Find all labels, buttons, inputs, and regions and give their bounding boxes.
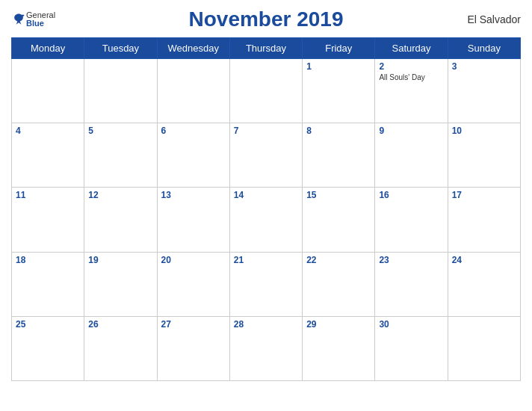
calendar-cell: 27	[157, 316, 229, 380]
day-number: 9	[379, 126, 443, 136]
calendar-container: General Blue November 2019 El Salvador M…	[0, 0, 532, 411]
day-number: 19	[88, 255, 152, 265]
calendar-week-row: 45678910	[12, 123, 521, 188]
calendar-cell: 20	[157, 252, 229, 316]
weekday-header-friday: Friday	[303, 38, 375, 59]
calendar-week-row: 12All Souls' Day3	[12, 59, 521, 123]
calendar-cell: 26	[84, 316, 157, 380]
logo-blue-text: Blue	[26, 19, 55, 28]
day-number: 30	[379, 319, 443, 330]
calendar-cell: 7	[229, 123, 302, 188]
day-number: 2	[379, 61, 443, 72]
day-number: 27	[161, 319, 226, 330]
calendar-cell: 5	[84, 123, 157, 188]
day-number: 29	[306, 319, 371, 330]
day-number: 12	[88, 190, 152, 200]
day-number: 14	[234, 190, 298, 200]
weekday-header-thursday: Thursday	[229, 38, 302, 59]
calendar-cell: 19	[84, 252, 157, 316]
country-label: El Salvador	[467, 13, 521, 25]
calendar-cell: 15	[303, 188, 375, 252]
month-title: November 2019	[188, 7, 343, 31]
calendar-cell: 10	[448, 123, 520, 188]
calendar-cell: 17	[448, 188, 520, 252]
calendar-cell: 21	[229, 252, 302, 316]
weekday-header-saturday: Saturday	[375, 38, 448, 59]
day-number: 4	[16, 126, 80, 136]
calendar-cell: 6	[157, 123, 229, 188]
day-number: 11	[16, 190, 80, 200]
calendar-cell: 30	[375, 316, 448, 380]
calendar-header: General Blue November 2019 El Salvador	[11, 7, 521, 31]
calendar-week-row: 11121314151617	[12, 188, 521, 252]
calendar-table: MondayTuesdayWednesdayThursdayFridaySatu…	[11, 37, 521, 381]
day-number: 3	[452, 61, 516, 72]
calendar-cell	[12, 59, 84, 123]
day-number: 1	[306, 61, 371, 72]
day-number: 6	[161, 126, 226, 136]
logo-bird-icon	[11, 12, 26, 27]
weekday-header-sunday: Sunday	[448, 38, 520, 59]
calendar-cell	[448, 316, 520, 380]
calendar-cell: 18	[12, 252, 84, 316]
weekday-header-tuesday: Tuesday	[84, 38, 157, 59]
calendar-cell: 28	[229, 316, 302, 380]
calendar-cell: 11	[12, 188, 84, 252]
day-number: 15	[306, 190, 371, 200]
calendar-cell: 8	[303, 123, 375, 188]
calendar-cell	[157, 59, 229, 123]
calendar-cell: 9	[375, 123, 448, 188]
calendar-cell: 22	[303, 252, 375, 316]
day-number: 28	[234, 319, 298, 330]
day-number: 10	[452, 126, 516, 136]
weekday-header-monday: Monday	[12, 38, 84, 59]
calendar-cell: 13	[157, 188, 229, 252]
day-number: 8	[306, 126, 371, 136]
calendar-cell: 29	[303, 316, 375, 380]
calendar-cell: 2All Souls' Day	[375, 59, 448, 123]
day-number: 22	[306, 255, 371, 265]
holiday-label: All Souls' Day	[379, 73, 443, 81]
day-number: 25	[16, 319, 80, 330]
day-number: 17	[452, 190, 516, 200]
day-number: 7	[234, 126, 298, 136]
calendar-cell: 24	[448, 252, 520, 316]
day-number: 20	[161, 255, 226, 265]
calendar-cell: 4	[12, 123, 84, 188]
day-number: 18	[16, 255, 80, 265]
calendar-cell: 25	[12, 316, 84, 380]
calendar-cell: 3	[448, 59, 520, 123]
calendar-cell: 1	[303, 59, 375, 123]
calendar-week-row: 252627282930	[12, 316, 521, 380]
calendar-cell: 14	[229, 188, 302, 252]
calendar-cell	[229, 59, 302, 123]
day-number: 26	[88, 319, 152, 330]
weekday-header-row: MondayTuesdayWednesdayThursdayFridaySatu…	[12, 38, 521, 59]
day-number: 5	[88, 126, 152, 136]
calendar-cell	[84, 59, 157, 123]
day-number: 13	[161, 190, 226, 200]
logo: General Blue	[11, 11, 55, 28]
day-number: 24	[452, 255, 516, 265]
calendar-cell: 23	[375, 252, 448, 316]
weekday-header-wednesday: Wednesday	[157, 38, 229, 59]
calendar-cell: 12	[84, 188, 157, 252]
day-number: 23	[379, 255, 443, 265]
day-number: 21	[234, 255, 298, 265]
calendar-week-row: 18192021222324	[12, 252, 521, 316]
calendar-cell: 16	[375, 188, 448, 252]
day-number: 16	[379, 190, 443, 200]
